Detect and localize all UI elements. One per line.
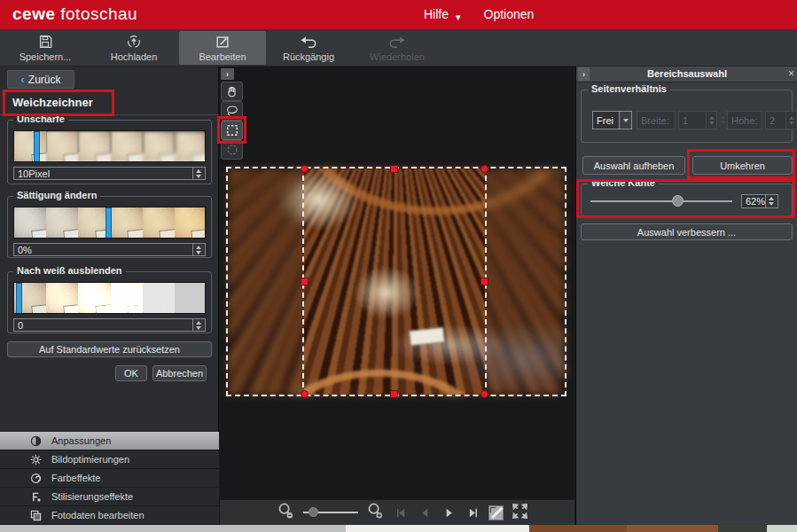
spin-down-icon[interactable]: [196, 326, 201, 330]
saturation-preset-filmstrip[interactable]: [13, 207, 206, 239]
feather-spinner[interactable]: [765, 195, 777, 207]
upload-button[interactable]: Hochladen: [90, 31, 177, 65]
invert-selection-button[interactable]: Umkehren: [692, 156, 793, 175]
blur-spinner[interactable]: [192, 168, 204, 179]
filmstrip-thumb[interactable]: [175, 207, 206, 238]
selection-handle-bottom-center[interactable]: [390, 390, 398, 398]
selection-handle-top-left[interactable]: [301, 165, 309, 173]
category-fotodaten-bearbeiten[interactable]: Fotodaten bearbeiten: [0, 506, 219, 525]
fade-position-indicator[interactable]: [16, 283, 22, 314]
spin-up-icon[interactable]: [769, 197, 774, 200]
back-button[interactable]: ‹ Zurück: [7, 70, 74, 89]
filmstrip-thumbnail-sliver[interactable]: [627, 525, 718, 532]
filmstrip-thumb[interactable]: [46, 283, 78, 313]
filmstrip-thumb[interactable]: [143, 131, 175, 161]
chevron-down-icon[interactable]: ▾: [456, 12, 461, 23]
undo-label: Rückgängig: [283, 51, 334, 62]
zoom-slider-thumb[interactable]: [309, 507, 318, 517]
category-farbeffekte[interactable]: Farbeffekte: [0, 469, 219, 488]
ellipse-select-tool-button[interactable]: [221, 140, 243, 160]
selection-handle-top-right[interactable]: [481, 165, 488, 173]
image-canvas[interactable]: ›: [220, 66, 574, 525]
filmstrip-thumb[interactable]: [46, 131, 78, 161]
contrast-icon: [30, 435, 42, 447]
aspect-mode-dropdown[interactable]: Frei: [592, 111, 632, 129]
category-anpassungen[interactable]: Anpassungen: [0, 432, 219, 450]
clear-selection-button[interactable]: Auswahl aufheben: [582, 156, 685, 175]
blur-position-indicator[interactable]: [34, 131, 40, 162]
zoom-slider[interactable]: [303, 506, 358, 519]
filmstrip-thumb[interactable]: [143, 283, 175, 313]
lasso-tool-button[interactable]: [221, 101, 243, 121]
next-photo-button[interactable]: [441, 505, 457, 520]
spin-down-icon[interactable]: [196, 251, 201, 254]
save-button[interactable]: Speichern...: [2, 31, 89, 65]
selection-handle-bottom-left[interactable]: [301, 390, 309, 398]
filmstrip-thumb[interactable]: [175, 283, 206, 313]
edit-button[interactable]: Bearbeiten: [179, 31, 266, 65]
filmstrip-thumb[interactable]: [111, 283, 143, 313]
blur-preset-filmstrip[interactable]: [13, 130, 206, 162]
filmstrip-thumbnail-sliver[interactable]: [346, 525, 529, 532]
cancel-button[interactable]: Abbrechen: [152, 365, 207, 381]
reset-defaults-button[interactable]: Auf Standardwerte zurücksetzen: [7, 341, 212, 357]
blur-value-input[interactable]: 10Pixel: [13, 167, 206, 180]
height-input: 2: [765, 111, 786, 129]
selection-handle-top-center[interactable]: [390, 165, 398, 173]
spin-up-icon[interactable]: [196, 246, 201, 249]
sun-icon: [30, 454, 42, 466]
filmstrip-thumb[interactable]: [46, 207, 78, 238]
filmstrip-thumbnail-sliver[interactable]: [767, 525, 797, 532]
zoom-out-button[interactable]: [277, 502, 295, 524]
filmstrip-thumb[interactable]: [14, 207, 46, 238]
last-photo-button[interactable]: [465, 505, 481, 520]
dropdown-arrow-icon[interactable]: [620, 111, 632, 129]
filmstrip-thumb[interactable]: [78, 131, 110, 161]
zoom-in-button[interactable]: [366, 502, 385, 524]
compare-edit-icon[interactable]: [488, 505, 504, 520]
stylize-icon: [30, 491, 42, 503]
saturation-value-input[interactable]: 0%: [13, 243, 206, 256]
undo-button[interactable]: Rückgängig: [265, 31, 352, 65]
filmstrip-thumb[interactable]: [14, 131, 46, 161]
improve-selection-button[interactable]: Auswahl verbessern ...: [581, 223, 793, 240]
close-icon[interactable]: ×: [788, 67, 794, 80]
selection-handle-middle-left[interactable]: [301, 278, 309, 286]
spin-down-icon[interactable]: [196, 175, 201, 178]
fade-spinner[interactable]: [192, 319, 204, 331]
fade-group-label: Nach weiß ausblenden: [13, 265, 126, 276]
selection-handle-bottom-right[interactable]: [481, 390, 488, 398]
filmstrip-thumb[interactable]: [78, 283, 110, 313]
fade-preset-filmstrip[interactable]: [13, 282, 206, 314]
help-menu[interactable]: Hilfe: [424, 7, 449, 21]
blur-value: 10Pixel: [18, 168, 50, 179]
category-stilisierungseffekte[interactable]: Stilisierungseffekte: [0, 488, 219, 506]
pan-tool-button[interactable]: [221, 82, 243, 101]
saturation-position-indicator[interactable]: [105, 207, 112, 239]
filmstrip-thumbnail-sliver[interactable]: [529, 525, 627, 532]
filmstrip-thumb[interactable]: [111, 131, 143, 161]
spin-down-icon[interactable]: [769, 202, 774, 206]
tool-panel-expand-button[interactable]: ›: [221, 68, 234, 80]
photo[interactable]: [228, 168, 565, 395]
category-bildoptimierungen[interactable]: Bildoptimierungen: [0, 450, 219, 469]
spin-up-icon[interactable]: [196, 321, 201, 325]
fullscreen-button[interactable]: [512, 503, 528, 523]
options-menu[interactable]: Optionen: [484, 7, 535, 21]
filmstrip-thumb[interactable]: [175, 131, 206, 161]
rect-select-tool-button[interactable]: [221, 121, 243, 140]
selection-handle-middle-right[interactable]: [481, 278, 488, 286]
spin-up-icon[interactable]: [196, 169, 201, 173]
upload-icon: [126, 34, 142, 50]
feather-value-input[interactable]: 62%: [741, 194, 778, 208]
filmstrip-thumb[interactable]: [143, 207, 175, 238]
selection-region[interactable]: [304, 168, 485, 395]
saturation-spinner[interactable]: [192, 244, 204, 255]
feather-label: Weiche Kante: [588, 177, 659, 188]
ok-button[interactable]: OK: [115, 365, 147, 381]
feather-slider-thumb[interactable]: [672, 195, 684, 207]
filmstrip-thumb[interactable]: [111, 207, 143, 238]
feather-slider-track[interactable]: [590, 200, 732, 202]
filmstrip-thumbnail-sliver[interactable]: [718, 525, 767, 532]
fade-value-input[interactable]: 0: [13, 318, 206, 332]
